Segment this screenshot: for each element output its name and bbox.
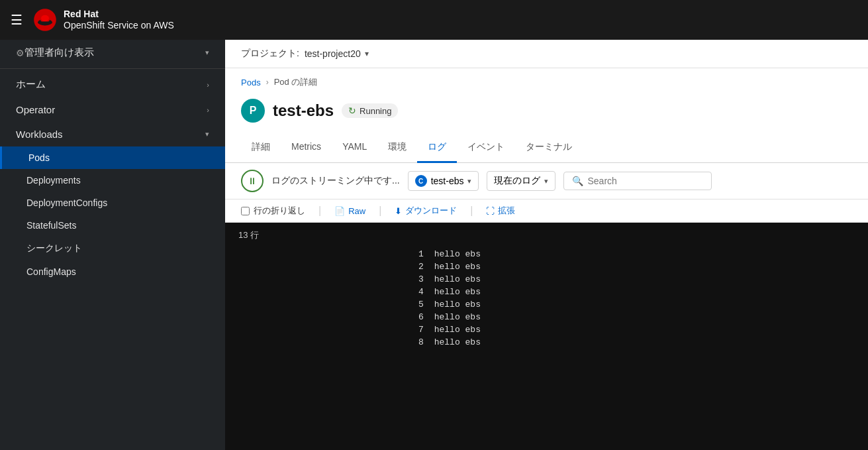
sidebar-item-pods[interactable]: Pods xyxy=(0,146,225,169)
tab-yaml[interactable]: YAML xyxy=(332,133,377,163)
tab-terminal[interactable]: ターミナル xyxy=(515,133,583,163)
sidebar-statefulsets-label: StatefulSets xyxy=(26,220,77,231)
sidebar-item-secrets[interactable]: シークレット xyxy=(0,237,225,260)
log-line-content: hello ebs xyxy=(429,286,868,298)
chevron-right-icon: › xyxy=(207,81,209,89)
log-table-row: 1 hello ebs xyxy=(225,248,868,260)
sidebar-item-statefulsets[interactable]: StatefulSets xyxy=(0,214,225,237)
sidebar-divider xyxy=(0,68,225,69)
expand-icon: ⛶ xyxy=(486,206,495,216)
status-text: Running xyxy=(360,106,391,116)
sidebar-item-configmaps[interactable]: ConfigMaps xyxy=(0,260,225,283)
tab-details[interactable]: 詳細 xyxy=(241,133,281,163)
sidebar-item-home[interactable]: ホーム › xyxy=(0,72,225,97)
streaming-status-text: ログのストリーミング中です... xyxy=(271,175,400,187)
breadcrumb: Pods › Pod の詳細 xyxy=(225,68,868,93)
tab-logs[interactable]: ログ xyxy=(417,133,457,163)
sidebar-home-label: ホーム xyxy=(16,78,207,91)
breadcrumb-pods-link[interactable]: Pods xyxy=(241,78,261,87)
log-options-bar: 行の折り返し | 📄 Raw | ⬇ ダウンロード | ⛶ 拡張 xyxy=(225,199,868,223)
page-title: test-ebs xyxy=(273,101,334,120)
wrap-lines-input[interactable] xyxy=(241,207,250,215)
page-header: P test-ebs ↻ Running xyxy=(225,93,868,133)
log-table-row: 7 hello ebs xyxy=(225,323,868,336)
log-line-content: hello ebs xyxy=(429,260,868,273)
pod-icon: P xyxy=(241,99,265,123)
log-line-number: 8 xyxy=(225,336,429,349)
pause-button[interactable]: ⏸ xyxy=(241,170,264,192)
log-line-content: hello ebs xyxy=(429,298,868,311)
container-name: test-ebs xyxy=(431,176,464,186)
sidebar-pods-label: Pods xyxy=(28,152,50,163)
tab-environment[interactable]: 環境 xyxy=(377,133,417,163)
log-line-content: hello ebs xyxy=(429,336,868,349)
sidebar-item-deployments[interactable]: Deployments xyxy=(0,169,225,192)
log-table: 1 hello ebs 2 hello ebs 3 hello ebs 4 he… xyxy=(225,248,868,349)
log-line-number: 4 xyxy=(225,286,429,298)
svg-rect-4 xyxy=(38,21,52,23)
log-area: 13 行 1 hello ebs 2 hello ebs 3 hello ebs… xyxy=(225,223,868,450)
sidebar: ⚙ 管理者向け表示 ▾ ホーム › Operator › Workloads ▾… xyxy=(0,40,225,450)
container-select[interactable]: C test-ebs ▾ xyxy=(408,171,479,191)
pod-icon-letter: P xyxy=(250,105,257,117)
project-dropdown[interactable]: test-project20 ▾ xyxy=(305,48,369,59)
sidebar-deployments-label: Deployments xyxy=(26,175,81,186)
separator: | xyxy=(379,205,381,217)
log-toolbar: ⏸ ログのストリーミング中です... C test-ebs ▾ 現在のログ ▾ … xyxy=(225,163,868,199)
sidebar-deploymentconfigs-label: DeploymentConfigs xyxy=(26,197,107,208)
log-line-number: 2 xyxy=(225,260,429,273)
raw-button[interactable]: 📄 Raw xyxy=(334,206,365,216)
log-line-number: 5 xyxy=(225,298,429,311)
separator: | xyxy=(318,205,321,217)
log-table-row: 4 hello ebs xyxy=(225,286,868,298)
main-content: プロジェクト: test-project20 ▾ Pods › Pod の詳細 … xyxy=(225,40,868,450)
pause-icon: ⏸ xyxy=(248,176,257,186)
svg-point-3 xyxy=(41,15,49,22)
tabs-bar: 詳細 Metrics YAML 環境 ログ イベント ターミナル xyxy=(225,133,868,163)
brand-bottom: OpenShift Service on AWS xyxy=(64,20,174,31)
separator: | xyxy=(470,205,473,217)
log-line-content: hello ebs xyxy=(429,248,868,260)
log-lines-header: 13 行 xyxy=(225,223,868,248)
topnav: ☰ Red Hat OpenShift Service on AWS xyxy=(0,0,868,40)
status-badge: ↻ Running xyxy=(342,103,398,118)
log-type-select[interactable]: 現在のログ ▾ xyxy=(487,171,555,191)
log-table-row: 5 hello ebs xyxy=(225,298,868,311)
project-label: プロジェクト: xyxy=(241,48,299,60)
logo: Red Hat OpenShift Service on AWS xyxy=(33,8,174,32)
wrap-lines-checkbox[interactable]: 行の折り返し xyxy=(241,205,305,217)
redhat-logo-icon xyxy=(33,8,57,32)
sidebar-item-workloads[interactable]: Workloads ▾ xyxy=(0,122,225,146)
expand-button[interactable]: ⛶ 拡張 xyxy=(486,205,515,217)
chevron-down-icon: ▾ xyxy=(205,130,209,139)
sidebar-item-admin[interactable]: ⚙ 管理者向け表示 ▾ xyxy=(0,40,225,66)
sidebar-item-deploymentconfigs[interactable]: DeploymentConfigs xyxy=(0,192,225,214)
chevron-down-icon: ▾ xyxy=(544,177,548,186)
chevron-right-icon: › xyxy=(207,106,209,114)
sidebar-secrets-label: シークレット xyxy=(26,243,82,254)
brand-text: Red Hat OpenShift Service on AWS xyxy=(64,9,174,31)
container-icon: C xyxy=(415,175,427,187)
log-line-number: 3 xyxy=(225,273,429,286)
log-line-number: 7 xyxy=(225,323,429,336)
log-line-number: 1 xyxy=(225,248,429,260)
log-line-content: hello ebs xyxy=(429,273,868,286)
breadcrumb-current: Pod の詳細 xyxy=(274,76,318,88)
sidebar-item-operator[interactable]: Operator › xyxy=(0,97,225,122)
expand-label: 拡張 xyxy=(498,205,515,217)
log-search-input[interactable] xyxy=(587,176,703,186)
brand-top: Red Hat xyxy=(64,9,174,20)
log-table-row: 6 hello ebs xyxy=(225,311,868,323)
log-table-row: 2 hello ebs xyxy=(225,260,868,273)
download-icon: ⬇ xyxy=(395,206,402,216)
tab-metrics[interactable]: Metrics xyxy=(281,133,332,163)
hamburger-menu[interactable]: ☰ xyxy=(11,13,23,27)
wrap-lines-label: 行の折り返し xyxy=(254,205,305,217)
tab-events[interactable]: イベント xyxy=(457,133,515,163)
log-line-content: hello ebs xyxy=(429,311,868,323)
log-search-box[interactable]: 🔍 xyxy=(563,172,712,190)
log-type-label: 現在のログ xyxy=(494,175,540,187)
chevron-down-icon: ▾ xyxy=(365,49,369,58)
raw-label: Raw xyxy=(348,206,365,216)
download-button[interactable]: ⬇ ダウンロード xyxy=(395,205,457,217)
